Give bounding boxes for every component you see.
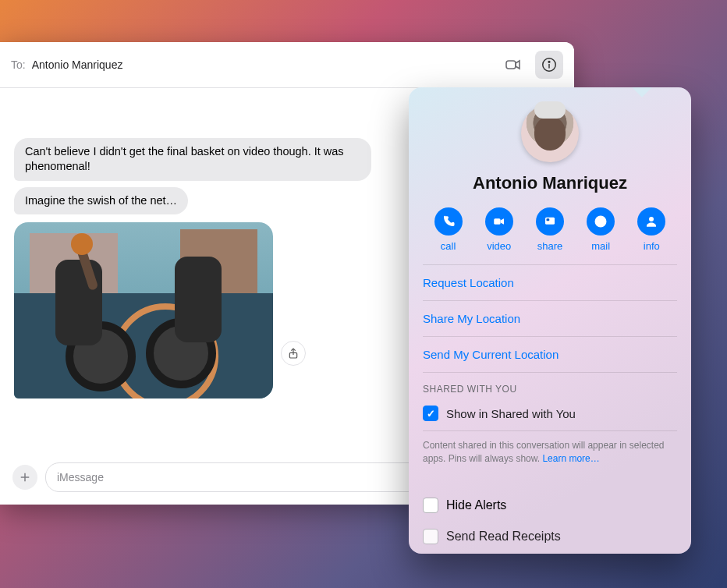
contact-name: Antonio Manriquez [409, 173, 691, 193]
call-label: call [441, 240, 456, 252]
video-camera-icon [504, 55, 523, 74]
share-label: share [537, 240, 563, 252]
svg-rect-4 [494, 218, 500, 225]
action-row: call video share mail info [409, 207, 691, 264]
to-label: To: [11, 58, 26, 71]
mail-icon [594, 214, 608, 228]
send-read-receipts-label: Send Read Receipts [446, 530, 561, 544]
person-icon [644, 214, 658, 228]
contact-info-popover: Antonio Manriquez call video share mail … [409, 87, 691, 554]
show-in-shared-label: Show in Shared with You [446, 407, 576, 420]
request-location-link[interactable]: Request Location [423, 264, 677, 301]
facetime-button[interactable] [499, 51, 527, 79]
svg-rect-5 [545, 218, 555, 225]
show-in-shared-checkbox[interactable] [423, 406, 438, 421]
svg-rect-6 [546, 218, 549, 221]
hide-alerts-checkbox[interactable] [423, 498, 438, 513]
mail-action[interactable]: mail [587, 207, 615, 252]
info-action[interactable]: info [637, 207, 665, 252]
hide-alerts-label: Hide Alerts [446, 498, 506, 512]
learn-more-link[interactable]: Learn more… [542, 453, 599, 464]
screen-share-icon [543, 214, 557, 228]
hide-alerts-row[interactable]: Hide Alerts [423, 490, 677, 521]
add-attachment-button[interactable] [12, 465, 37, 490]
send-current-location-link[interactable]: Send My Current Location [423, 337, 677, 373]
contact-avatar[interactable] [521, 104, 579, 162]
svg-rect-0 [506, 61, 516, 69]
video-icon [492, 214, 506, 228]
svg-point-2 [548, 61, 550, 62]
info-label: info [644, 240, 660, 252]
shared-help-text: Content shared in this conversation will… [423, 431, 677, 490]
shared-section-label: SHARED WITH YOU [423, 373, 677, 401]
video-label: video [487, 240, 511, 252]
svg-point-8 [649, 217, 654, 221]
share-my-location-link[interactable]: Share My Location [423, 301, 677, 337]
incoming-message[interactable]: Can't believe I didn't get the final bas… [14, 138, 371, 181]
header-buttons [499, 51, 563, 79]
mail-label: mail [591, 240, 610, 252]
share-image-button[interactable] [281, 341, 306, 366]
share-icon [287, 347, 300, 360]
location-links: Request Location Share My Location Send … [409, 264, 691, 552]
phone-icon [442, 214, 456, 228]
call-action[interactable]: call [434, 207, 463, 252]
info-circle-icon [541, 56, 558, 73]
incoming-message[interactable]: Imagine the swish of the net… [14, 187, 188, 215]
plus-icon [18, 470, 32, 484]
share-action[interactable]: share [536, 207, 564, 252]
send-read-receipts-row[interactable]: Send Read Receipts [423, 521, 677, 552]
to-field: To: Antonio Manriquez [11, 58, 122, 71]
image-message[interactable] [14, 222, 273, 398]
info-button[interactable] [535, 51, 563, 79]
show-in-shared-row[interactable]: Show in Shared with You [423, 401, 677, 431]
video-action[interactable]: video [485, 207, 513, 252]
to-name[interactable]: Antonio Manriquez [32, 58, 123, 71]
conversation-header: To: Antonio Manriquez [0, 42, 574, 88]
send-read-receipts-checkbox[interactable] [423, 529, 438, 544]
